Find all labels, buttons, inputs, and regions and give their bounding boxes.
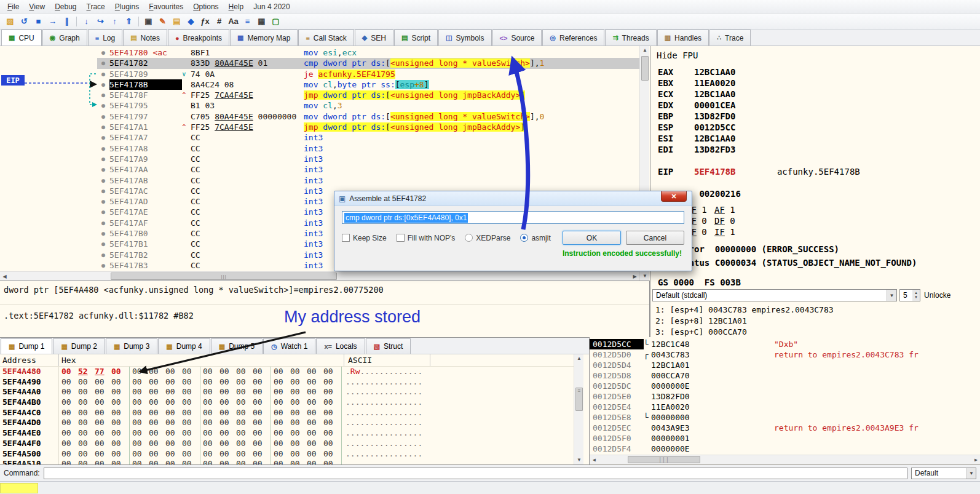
hex-byte[interactable]: 00 (111, 377, 128, 388)
hex-byte[interactable]: 00 (149, 439, 165, 449)
scroll-down-arrow[interactable]: ▼ (640, 272, 650, 281)
breakpoint-dot[interactable]: ● (97, 143, 109, 154)
stack-row[interactable]: 0012D5F40000000E (590, 444, 980, 454)
menu-item-debug[interactable]: Debug (50, 1, 81, 13)
stack-row[interactable]: 0012D5CC└12BC1C48"Dxb" (590, 339, 980, 349)
log-icon[interactable]: ≡ (240, 15, 255, 28)
hex-byte[interactable]: 00 (307, 397, 323, 408)
hex-byte[interactable]: 00 (307, 428, 323, 439)
hex-byte[interactable]: 00 (61, 377, 78, 388)
hex-byte[interactable]: 00 (219, 459, 236, 464)
tab-script[interactable]: ▤Script (394, 30, 438, 46)
dump-row[interactable]: 5EF4A4A000000000000000000000000000000000… (0, 387, 574, 397)
hex-byte[interactable]: 00 (203, 459, 219, 464)
dump-row[interactable]: 5EF4A4B000000000000000000000000000000000… (0, 397, 574, 408)
breakpoint-dot[interactable]: ● (97, 90, 109, 100)
hex-byte[interactable]: 00 (111, 408, 128, 418)
hex-byte[interactable]: 00 (290, 367, 307, 377)
tab-dump-3[interactable]: ▦Dump 3 (106, 338, 157, 354)
ok-button[interactable]: OK (563, 231, 621, 245)
open-file-icon[interactable]: ▨ (3, 15, 17, 28)
hex-byte[interactable]: 00 (182, 387, 199, 397)
dump-row[interactable]: 5EF4A4C000000000000000000000000000000000… (0, 408, 574, 418)
hex-byte[interactable]: 00 (253, 449, 269, 460)
step-over-icon[interactable]: ↪ (93, 15, 108, 28)
hex-byte[interactable]: 00 (95, 377, 111, 388)
tab-breakpoints[interactable]: ●Breakpoints (168, 30, 229, 46)
tab-graph[interactable]: ◉Graph (42, 30, 87, 46)
dump-row[interactable]: 5EF4A4E000000000000000000000000000000000… (0, 428, 574, 439)
hex-byte[interactable]: 00 (132, 459, 149, 464)
breakpoint-dot[interactable]: ● (97, 260, 109, 271)
hex-byte[interactable]: 00 (219, 418, 236, 428)
hex-byte[interactable]: 00 (165, 459, 182, 464)
hex-byte[interactable]: 00 (165, 397, 182, 408)
tab-notes[interactable]: ▤Notes (123, 30, 167, 46)
dialog-title-bar[interactable]: ▣ Assemble at 5EF41782 ✕ (334, 191, 692, 206)
hex-byte[interactable]: 00 (165, 428, 182, 439)
hex-byte[interactable]: 00 (203, 449, 219, 460)
hex-byte[interactable]: 00 (61, 459, 78, 464)
hex-byte[interactable]: 00 (149, 449, 165, 460)
tab-locals[interactable]: x=Locals (316, 338, 365, 354)
hex-byte[interactable]: 00 (182, 459, 199, 464)
stack-row[interactable]: 0012D5D8000CCA70 (590, 370, 980, 381)
hex-byte[interactable]: 00 (165, 408, 182, 418)
hex-byte[interactable]: 00 (274, 377, 290, 388)
scrollbar-thumb[interactable] (641, 56, 649, 81)
hex-byte[interactable]: 00 (290, 387, 307, 397)
dump-row[interactable]: 5EF4A48000527700000000000000000000000000… (0, 367, 574, 377)
hex-byte[interactable]: 00 (290, 408, 307, 418)
hex-byte[interactable]: 00 (182, 449, 199, 460)
label-icon[interactable]: # (212, 15, 226, 28)
run-to-return-icon[interactable]: ⇑ (122, 15, 136, 28)
tab-struct[interactable]: ▧Struct (366, 338, 411, 354)
tab-seh[interactable]: ◆SEH (355, 30, 393, 46)
hex-byte[interactable]: 00 (290, 439, 307, 449)
hex-byte[interactable]: 00 (307, 449, 323, 460)
hex-byte[interactable]: 00 (132, 439, 149, 449)
pause-icon[interactable]: ∥ (60, 15, 74, 28)
hex-byte[interactable]: 00 (274, 418, 290, 428)
hex-byte[interactable]: 00 (132, 408, 149, 418)
hex-byte[interactable]: 00 (132, 367, 149, 377)
hex-byte[interactable]: 00 (182, 377, 199, 388)
hex-byte[interactable]: 00 (274, 439, 290, 449)
hex-byte[interactable]: 00 (307, 459, 323, 464)
hex-byte[interactable]: 00 (95, 449, 111, 460)
argument-row[interactable]: 3: [esp+C] 000CCA70 (655, 327, 747, 337)
hex-byte[interactable]: 00 (290, 459, 307, 464)
restart-icon[interactable]: ↺ (17, 15, 31, 28)
hex-byte[interactable]: 00 (290, 397, 307, 408)
asmjit-radio[interactable]: asmjit (520, 234, 550, 242)
tab-watch-1[interactable]: ◷Watch 1 (263, 338, 315, 354)
hex-byte[interactable]: 00 (61, 418, 78, 428)
breakpoint-dot[interactable]: ● (97, 122, 109, 132)
breakpoint-dot[interactable]: ● (97, 69, 109, 79)
breakpoint-dot[interactable]: ● (97, 154, 109, 164)
register-value[interactable]: 12BC1AA0 (694, 133, 735, 143)
hex-byte[interactable]: 00 (78, 408, 95, 418)
hex-byte[interactable]: 00 (323, 367, 340, 377)
scrollbar-thumb[interactable]: ||| (628, 456, 700, 463)
hex-byte[interactable]: 00 (290, 428, 307, 439)
hex-byte[interactable]: 00 (61, 439, 78, 449)
hex-byte[interactable]: 00 (111, 387, 128, 397)
hex-byte[interactable]: 00 (203, 439, 219, 449)
hex-byte[interactable]: 00 (61, 428, 78, 439)
hex-byte[interactable]: 00 (290, 449, 307, 460)
hex-byte[interactable]: 00 (219, 449, 236, 460)
hex-byte[interactable]: 00 (203, 397, 219, 408)
hex-byte[interactable]: 00 (219, 428, 236, 439)
bookmark-icon[interactable]: ◆ (184, 15, 198, 28)
hex-byte[interactable]: 00 (236, 439, 253, 449)
step-out-icon[interactable]: ↑ (108, 15, 122, 28)
register-value[interactable]: 13D82FD3 (694, 145, 735, 154)
hex-byte[interactable]: 00 (149, 377, 165, 388)
hex-byte[interactable]: 00 (253, 367, 269, 377)
hex-byte[interactable]: 00 (132, 418, 149, 428)
breakpoint-dot[interactable]: ● (97, 111, 109, 122)
scroll-right-arrow[interactable]: ▶ (630, 272, 639, 281)
hex-byte[interactable]: 00 (274, 397, 290, 408)
hex-byte[interactable]: 00 (323, 418, 340, 428)
